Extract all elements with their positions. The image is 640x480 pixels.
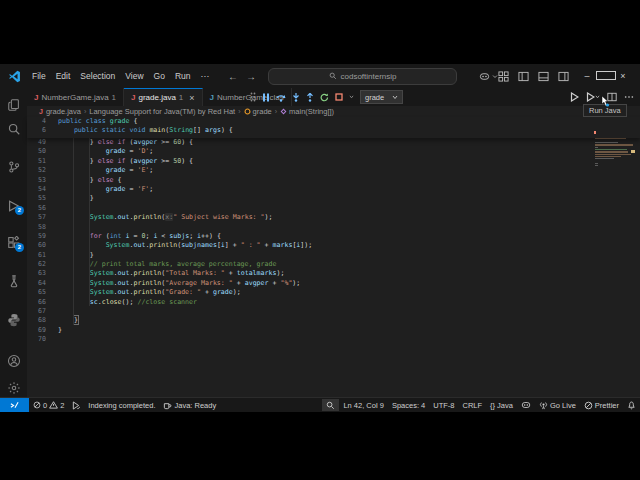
command-center-search[interactable]: codsoftinternsip (268, 68, 457, 85)
line-number[interactable]: 54 (27, 185, 46, 194)
step-into-icon[interactable] (292, 93, 300, 102)
line-number[interactable]: 68 (27, 316, 46, 325)
language-mode-status[interactable]: {} Java (486, 401, 517, 410)
notifications-bell[interactable] (623, 400, 640, 410)
menu-go[interactable]: Go (149, 71, 170, 81)
minimize-button[interactable]: – (578, 71, 596, 81)
restart-icon[interactable] (320, 93, 329, 102)
line-number[interactable]: 53 (27, 176, 46, 185)
code-text[interactable]: public class grade { (58, 117, 137, 126)
copilot-status[interactable] (517, 400, 535, 410)
code-line[interactable]: 6 public static void main(String[] args)… (27, 126, 640, 135)
breadcrumb-method[interactable]: main(String[]) (280, 107, 334, 116)
code-line[interactable]: 70 (27, 335, 640, 344)
line-number[interactable]: 69 (27, 326, 46, 335)
code-line[interactable]: 49 } else if (avgper >= 60) { (27, 138, 640, 147)
line-number[interactable]: 51 (27, 157, 46, 166)
breadcrumb-extension[interactable]: Language Support for Java(TM) by Red Hat (89, 107, 235, 116)
code-line[interactable]: 59 for (int i = 0; i < subjs; i++) { (27, 232, 640, 241)
menu-edit[interactable]: Edit (51, 71, 76, 81)
tab-grade-java[interactable]: J grade.java 1 × (124, 88, 203, 106)
code-line[interactable]: 56 (27, 204, 640, 213)
line-number[interactable]: 63 (27, 269, 46, 278)
code-text[interactable]: public static void main(String[] args) { (58, 126, 233, 135)
go-live-status[interactable]: Go Live (535, 401, 580, 410)
code-text[interactable]: } else if (avgper >= 50) { (58, 157, 193, 166)
menu-view[interactable]: View (120, 71, 148, 81)
more-actions-icon[interactable] (624, 92, 634, 102)
line-number[interactable]: 4 (27, 117, 46, 126)
source-control-icon[interactable] (7, 160, 21, 174)
code-line[interactable]: 52 grade = 'E'; (27, 166, 640, 175)
line-number[interactable]: 60 (27, 241, 46, 250)
line-number[interactable]: 55 (27, 194, 46, 203)
line-number[interactable]: 64 (27, 279, 46, 288)
toggle-secondary-sidebar-icon[interactable] (558, 71, 569, 82)
tab-close-icon[interactable]: × (189, 93, 194, 103)
code-line[interactable]: 58 (27, 223, 640, 232)
step-out-icon[interactable] (306, 93, 314, 102)
code-line[interactable]: 50 grade = 'D'; (27, 147, 640, 156)
code-line[interactable]: 69} (27, 326, 640, 335)
explorer-icon[interactable] (7, 98, 21, 112)
code-text[interactable]: System.out.println(subjnames[i] + " : " … (58, 241, 312, 250)
tab-numbergame-java[interactable]: J NumberGame.java 1 (27, 88, 124, 106)
line-number[interactable]: 52 (27, 166, 46, 175)
pause-icon[interactable] (262, 93, 270, 102)
run-java-button[interactable] (570, 92, 579, 102)
line-number[interactable]: 56 (27, 204, 46, 213)
code-text[interactable]: System.out.println(x:" Subject wise Mark… (58, 213, 272, 222)
code-text[interactable]: sc.close(); //close scanner (58, 298, 197, 307)
eol-status[interactable]: CRLF (459, 401, 487, 410)
account-icon[interactable] (7, 354, 21, 368)
cursor-position-status[interactable]: Ln 42, Col 9 (339, 401, 387, 410)
line-number[interactable]: 62 (27, 260, 46, 269)
launch-status[interactable] (68, 401, 84, 410)
settings-gear-icon[interactable] (7, 381, 21, 395)
testing-icon[interactable] (7, 274, 21, 288)
line-number[interactable]: 70 (27, 335, 46, 344)
code-text[interactable]: System.out.println("Total Marks: " + tot… (58, 269, 284, 278)
code-line[interactable]: 54 grade = 'F'; (27, 185, 640, 194)
customize-layout-icon[interactable] (498, 71, 509, 82)
back-arrow-icon[interactable]: ← (228, 71, 238, 82)
code-line[interactable]: 66 sc.close(); //close scanner (27, 298, 640, 307)
close-button[interactable]: × (614, 71, 632, 81)
code-line[interactable]: 4public class grade { (27, 117, 640, 126)
code-line[interactable]: 67 (27, 307, 640, 316)
code-line[interactable]: 68 } (27, 316, 640, 325)
line-number[interactable]: 65 (27, 288, 46, 297)
toggle-sidebar-icon[interactable] (518, 71, 529, 82)
code-area[interactable]: 49 } else if (avgper >= 60) {50 grade = … (27, 138, 640, 398)
prettier-status[interactable]: Prettier (580, 401, 623, 410)
line-number[interactable]: 50 (27, 147, 46, 156)
menu-file[interactable]: File (27, 71, 51, 81)
code-line[interactable]: 55 } (27, 194, 640, 203)
line-number[interactable]: 66 (27, 298, 46, 307)
java-status[interactable]: Java: Ready (159, 401, 220, 410)
line-number[interactable]: 61 (27, 251, 46, 260)
indentation-status[interactable]: Spaces: 4 (388, 401, 429, 410)
stop-icon[interactable] (335, 93, 343, 101)
code-text[interactable]: } (58, 326, 62, 335)
code-text[interactable]: // print total marks, average percentage… (58, 260, 276, 269)
code-text[interactable]: for (int i = 0; i < subjs; i++) { (58, 232, 221, 241)
menu-more[interactable]: ⋯ (196, 71, 215, 81)
code-line[interactable]: 60 System.out.println(subjnames[i] + " :… (27, 241, 640, 250)
line-number[interactable]: 6 (27, 126, 46, 135)
code-line[interactable]: 57 System.out.println(x:" Subject wise M… (27, 213, 640, 222)
line-number[interactable]: 57 (27, 213, 46, 222)
code-line[interactable]: 51 } else if (avgper >= 50) { (27, 157, 640, 166)
code-line[interactable]: 62 // print total marks, average percent… (27, 260, 640, 269)
stop-chevron-icon[interactable] (349, 95, 354, 99)
copilot-menu[interactable] (479, 71, 498, 82)
code-line[interactable]: 61 } (27, 251, 640, 260)
forward-arrow-icon[interactable]: → (246, 71, 256, 82)
code-text[interactable]: } else if (avgper >= 60) { (58, 138, 193, 147)
code-line[interactable]: 63 System.out.println("Total Marks: " + … (27, 269, 640, 278)
python-icon[interactable] (7, 313, 21, 327)
breadcrumb-file[interactable]: grade.java (46, 107, 81, 116)
menu-run[interactable]: Run (170, 71, 196, 81)
toggle-panel-icon[interactable] (538, 71, 549, 82)
line-number[interactable]: 49 (27, 138, 46, 147)
